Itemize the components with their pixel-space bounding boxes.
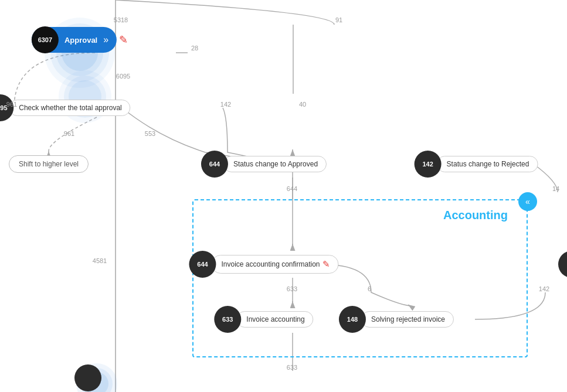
invoice-confirm-node[interactable]: 644 Invoice accounting confirmation ✎ [189, 251, 338, 278]
approval-node[interactable]: 6307 Approval » ✎ [32, 27, 128, 53]
workflow-canvas: 6307 Approval » ✎ 5318 28 6095 91 6095 C… [0, 0, 567, 392]
bottom-left-node[interactable] [74, 364, 101, 391]
invoice-accounting-node[interactable]: 633 Invoice accounting [214, 306, 313, 333]
chevron-left-icon: « [525, 197, 530, 206]
right-partial-node[interactable] [558, 251, 567, 278]
approval-node-circle: 6307 [32, 26, 59, 53]
edge-label-4581: 4581 [93, 257, 107, 264]
invoice-accounting-circle: 633 [214, 306, 241, 333]
status-approved-node[interactable]: 644 Status change to Approved [201, 151, 327, 178]
status-approved-circle: 644 [201, 151, 228, 178]
status-approved-label: Status change to Approved [223, 156, 327, 172]
edge-label-553: 553 [145, 130, 155, 137]
solving-rejected-node[interactable]: 148 Solving rejected invoice [339, 306, 454, 333]
edge-label-28: 28 [191, 45, 198, 52]
approval-node-label: Approval [59, 36, 103, 45]
approval-chevrons-icon: » [103, 35, 108, 45]
check-node-circle: 6095 [0, 94, 13, 121]
solving-rejected-label: Solving rejected invoice [361, 311, 454, 328]
invoice-accounting-label: Invoice accounting [236, 311, 313, 328]
edge-label-6: 6 [368, 285, 371, 292]
invoice-confirm-circle: 644 [189, 251, 216, 278]
invoice-confirm-label: Invoice accounting confirmation ✎ [211, 255, 338, 274]
edge-label-644: 644 [287, 185, 297, 192]
edge-label-961-left: 961 [6, 101, 17, 108]
edge-label-14: 14 [552, 185, 559, 192]
edge-label-633-bottom: 633 [287, 364, 297, 371]
edge-label-40: 40 [299, 101, 306, 108]
edge-label-5318: 5318 [114, 16, 128, 23]
edge-label-142: 142 [220, 101, 231, 108]
edge-label-142-lower: 142 [539, 285, 549, 292]
edge-label-961-lower: 961 [64, 130, 74, 137]
check-node[interactable]: 6095 Check whether the total approval [0, 94, 131, 121]
check-node-label: Check whether the total approval [9, 100, 130, 116]
accounting-collapse-button[interactable]: « [518, 192, 537, 211]
shift-higher-level-node[interactable]: Shift to higher level [9, 155, 89, 173]
status-rejected-label: Status change to Rejected [437, 156, 538, 172]
solving-rejected-circle: 148 [339, 306, 366, 333]
edge-label-6095: 6095 [116, 73, 130, 80]
approval-pen-icon: ✎ [119, 33, 128, 46]
accounting-title: Accounting [443, 209, 508, 222]
status-rejected-circle: 142 [415, 151, 442, 178]
edge-label-633-mid: 633 [287, 285, 297, 292]
accounting-box [192, 199, 528, 357]
invoice-confirm-pen-icon: ✎ [322, 259, 330, 270]
edge-label-91: 91 [335, 16, 342, 23]
status-rejected-node[interactable]: 142 Status change to Rejected [415, 151, 538, 178]
shift-node-label: Shift to higher level [19, 160, 79, 168]
